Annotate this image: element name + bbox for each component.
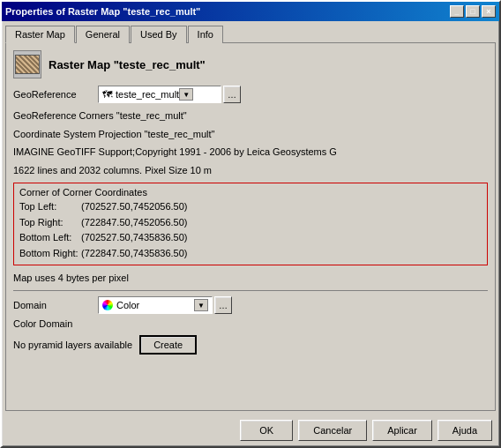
minimize-button[interactable]: _ [450,5,464,18]
georeference-combo-wrapper: 🗺 teste_rec_mult ▼ … [98,86,241,103]
domain-action-button[interactable]: … [214,296,232,314]
domain-combo-wrapper: Color ▼ … [98,296,232,314]
properties-window: Properties of Raster Map "teste_rec_mult… [0,0,501,448]
color-domain-icon [102,300,113,310]
map-icon-texture [15,55,40,74]
bytes-info: Map uses 4 bytes per pixel [13,273,488,283]
create-button[interactable]: Create [139,335,197,355]
window-content: Raster Map General Used By Info Raster M… [2,21,499,414]
pixel-info: 1622 lines and 2032 columns. Pixel Size … [13,163,488,178]
domain-row: Domain Color ▼ … [13,296,488,314]
corner-coordinates-box: Corner of Corner Coordinates Top Left: (… [13,183,488,265]
top-left-value: (702527.50,7452056.50) [81,199,482,215]
georeference-action-button[interactable]: … [223,86,241,103]
bottom-right-value: (722847.50,7435836.50) [81,246,482,262]
domain-dropdown-icon[interactable]: ▼ [194,299,208,311]
top-left-label: Top Left: [19,199,81,215]
corner-top-right: Top Right: (722847.50,7452056.50) [19,215,482,231]
pyramid-label: No pyramid layers available [13,338,132,353]
maximize-button[interactable]: □ [466,5,480,18]
tab-raster-map[interactable]: Raster Map [5,26,75,43]
georeference-dropdown-icon[interactable]: ▼ [179,88,193,101]
georeference-label: GeoReference [13,89,93,100]
georeference-value: teste_rec_mult [116,89,179,100]
ok-button[interactable]: OK [240,420,293,441]
tab-general[interactable]: General [76,26,130,43]
top-right-label: Top Right: [19,215,81,231]
domain-label: Domain [13,300,93,310]
info-line-2: Coordinate System Projection "teste_rec_… [13,127,488,142]
bottom-right-label: Bottom Right: [19,246,81,262]
bottom-bar: OK Cancelar Aplicar Ajuda [2,414,499,446]
pyramid-row: No pyramid layers available Create [13,335,488,355]
bottom-left-value: (702527.50,7435836.50) [81,230,482,246]
corners-title: Corner of Corner Coordinates [19,187,482,198]
info-line-3: IMAGINE GeoTIFF Support;Copyright 1991 -… [13,145,488,160]
tab-panel-raster-map: Raster Map "teste_rec_mult" GeoReference… [5,42,496,411]
window-controls: _ □ × [450,5,496,18]
close-button[interactable]: × [482,5,496,18]
map-title: Raster Map "teste_rec_mult" [49,58,206,71]
map-title-row: Raster Map "teste_rec_mult" [13,50,488,78]
bottom-left-label: Bottom Left: [19,230,81,246]
tab-bar: Raster Map General Used By Info [5,26,496,43]
corner-bottom-left: Bottom Left: (702527.50,7435836.50) [19,230,482,246]
georeference-combo[interactable]: 🗺 teste_rec_mult ▼ [98,86,221,103]
domain-value: Color [116,300,139,310]
tab-info[interactable]: Info [188,26,223,43]
map-icon [13,50,41,78]
georeference-row: GeoReference 🗺 teste_rec_mult ▼ … [13,86,488,103]
info-line-1: GeoReference Corners "teste_rec_mult" [13,108,488,123]
help-button[interactable]: Ajuda [437,420,492,441]
corner-bottom-right: Bottom Right: (722847.50,7435836.50) [19,246,482,262]
color-domain-label: Color Domain [13,318,488,329]
window-title: Properties of Raster Map "teste_rec_mult… [5,6,200,17]
corner-top-left: Top Left: (702527.50,7452056.50) [19,199,482,215]
domain-combo[interactable]: Color ▼ [98,296,213,314]
cancel-button[interactable]: Cancelar [298,420,367,441]
tab-used-by[interactable]: Used By [131,26,187,43]
apply-button[interactable]: Aplicar [372,420,432,441]
top-right-value: (722847.50,7452056.50) [81,215,482,231]
title-bar: Properties of Raster Map "teste_rec_mult… [2,2,499,21]
separator-1 [13,290,488,291]
